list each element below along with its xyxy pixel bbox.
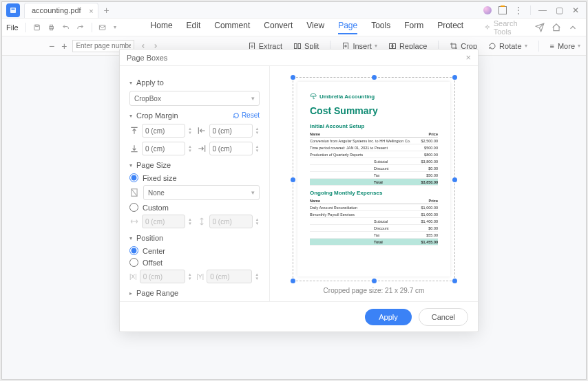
kebab-menu-icon[interactable]: ⋮ [514, 6, 523, 15]
margin-right-icon [197, 144, 207, 153]
tab-label: accounting.pdf [32, 6, 81, 14]
svg-rect-3 [35, 25, 38, 26]
app-icon [6, 3, 20, 17]
minimize-button[interactable]: ― [538, 6, 547, 15]
dialog-close-icon[interactable]: × [465, 52, 471, 63]
menu-form[interactable]: Form [404, 21, 423, 34]
more-button[interactable]: ≡More▾ [550, 42, 580, 50]
notification-icon[interactable] [498, 6, 507, 14]
redo-icon[interactable] [76, 23, 84, 32]
reset-icon [233, 112, 240, 119]
rotate-button[interactable]: Rotate▾ [488, 42, 527, 50]
dialog-titlebar: Page Boxes × [120, 50, 478, 66]
dialog-title: Page Boxes [127, 54, 167, 62]
offset-y-input [207, 270, 252, 283]
undo-icon[interactable] [62, 23, 70, 32]
custom-width-input [142, 215, 185, 228]
menu-view[interactable]: View [306, 21, 324, 34]
user-avatar-icon[interactable] [483, 6, 492, 14]
handle-bot-right[interactable] [452, 279, 457, 283]
document-preview: Umbrella Accounting Cost Summary Initial… [297, 82, 450, 276]
menu-comment[interactable]: Comment [214, 21, 250, 34]
mail-icon[interactable] [98, 23, 106, 32]
zoom-out-button[interactable]: − [49, 41, 54, 52]
apply-button[interactable]: Apply [365, 309, 412, 325]
crop-preview[interactable]: Umbrella Accounting Cost Summary Initial… [293, 77, 455, 281]
crop-size-info: Cropped page size: 21 x 29.7 cm [324, 287, 425, 294]
handle-top-mid[interactable] [372, 75, 377, 80]
menu-edit[interactable]: Edit [187, 21, 201, 34]
svg-rect-10 [298, 43, 301, 48]
handle-top-left[interactable] [291, 75, 295, 80]
center-radio[interactable]: Center [129, 246, 260, 255]
menu-tools[interactable]: Tools [371, 21, 390, 34]
handle-bot-left[interactable] [291, 279, 295, 283]
sparkle-icon [484, 23, 491, 32]
page-range-section[interactable]: Page Range [129, 289, 260, 297]
custom-height-input [209, 215, 253, 228]
menu-page[interactable]: Page [338, 21, 357, 34]
menu-protect[interactable]: Protect [437, 21, 463, 34]
margin-right-input[interactable] [209, 142, 253, 155]
search-tools[interactable]: Search Tools [484, 19, 528, 36]
svg-rect-0 [10, 8, 16, 13]
file-menu[interactable]: File [6, 23, 19, 32]
apply-to-section[interactable]: Apply to [129, 78, 260, 87]
reset-button[interactable]: Reset [233, 111, 260, 119]
dialog-footer: Apply Cancel [120, 301, 478, 331]
fixed-size-radio[interactable]: Fixed size [129, 173, 260, 182]
menu-convert[interactable]: Convert [264, 21, 293, 34]
handle-mid-left[interactable] [291, 177, 295, 182]
close-button[interactable]: ✕ [571, 6, 580, 15]
cancel-button[interactable]: Cancel [419, 308, 468, 326]
menu-home[interactable]: Home [151, 21, 173, 34]
save-icon[interactable] [33, 23, 41, 32]
crop-margin-section[interactable]: Crop Margin Reset [129, 111, 260, 120]
margin-left-icon [197, 126, 207, 135]
menustrip: File ▾ Home Edit Comment Convert View Pa… [2, 19, 586, 36]
svg-rect-1 [12, 8, 15, 10]
margin-bottom-input[interactable] [142, 142, 185, 155]
doc-company: Umbrella Accounting [310, 93, 438, 100]
apply-to-select[interactable]: CropBox [129, 91, 260, 106]
margin-top-input[interactable] [142, 124, 185, 138]
chevron-right-icon[interactable] [152, 43, 159, 50]
page-boxes-dialog: Page Boxes × Apply to CropBox Crop Margi… [119, 49, 479, 332]
umbrella-icon [310, 93, 317, 100]
handle-top-right[interactable] [452, 75, 457, 80]
chevron-up-icon[interactable] [568, 23, 578, 32]
page-size-section[interactable]: Page Size [129, 161, 260, 169]
app-window: accounting.pdf × + ⋮ ― ▢ ✕ File ▾ Home E… [1, 1, 587, 380]
height-icon [197, 217, 207, 226]
position-section[interactable]: Position [129, 234, 260, 242]
handle-mid-right[interactable] [452, 177, 457, 182]
tab-close-icon[interactable]: × [89, 7, 93, 15]
page-icon [129, 188, 139, 197]
doc-section2-heading: Ongoing Monthly Expenses [310, 190, 438, 196]
doc-table2: NamePrice Daily Account Reconciliation$1… [310, 198, 438, 246]
send-icon[interactable] [535, 23, 545, 32]
svg-rect-2 [34, 25, 39, 30]
maximize-button[interactable]: ▢ [554, 6, 564, 15]
doc-table1: NamePrice Conversion from Angular System… [310, 131, 438, 186]
fixed-size-select[interactable]: None [143, 185, 260, 200]
margin-top-icon [129, 126, 139, 135]
margin-left-input[interactable] [209, 124, 253, 138]
handle-bot-mid[interactable] [372, 279, 377, 283]
dialog-preview-panel: Umbrella Accounting Cost Summary Initial… [270, 66, 478, 301]
chevron-left-icon[interactable] [140, 43, 147, 50]
svg-rect-5 [50, 25, 53, 26]
margin-bottom-icon [129, 144, 139, 153]
document-tab[interactable]: accounting.pdf × [24, 3, 98, 18]
zoom-in-button[interactable]: + [61, 41, 67, 52]
new-tab-button[interactable]: + [104, 5, 109, 16]
print-icon[interactable] [48, 23, 55, 32]
y-label-icon: |Y| [197, 273, 204, 280]
home-icon[interactable] [552, 23, 561, 32]
svg-rect-9 [294, 43, 297, 48]
offset-radio[interactable]: Offset [129, 258, 260, 267]
doc-title: Cost Summary [310, 105, 438, 116]
custom-size-radio[interactable]: Custom [129, 203, 260, 212]
titlebar: accounting.pdf × + ⋮ ― ▢ ✕ [2, 2, 586, 19]
main-menu: Home Edit Comment Convert View Page Tool… [151, 21, 464, 34]
